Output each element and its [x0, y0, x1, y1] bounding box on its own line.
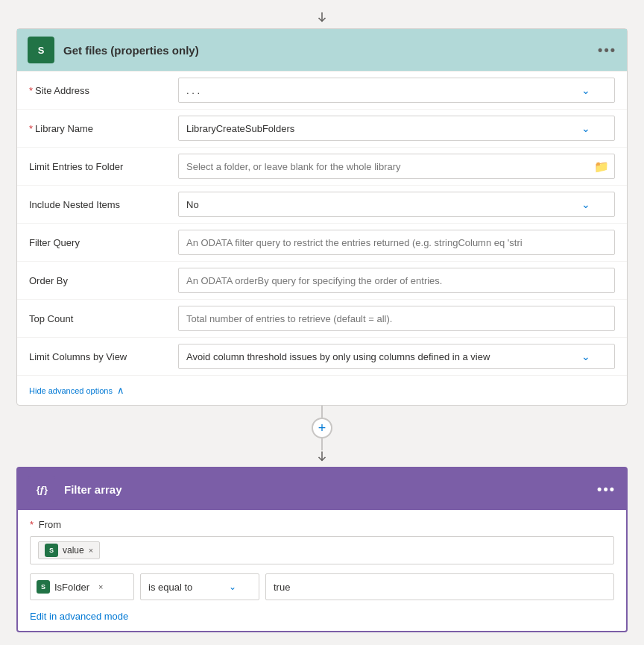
- hide-advanced-options[interactable]: Hide advanced options ∧: [17, 376, 627, 405]
- site-address-row: *Site Address . . . ⌄: [17, 72, 627, 110]
- include-nested-value: No: [186, 199, 581, 210]
- condition-left-icon: S: [37, 580, 50, 594]
- from-token-input[interactable]: S value ×: [30, 536, 614, 564]
- filter-array-menu[interactable]: •••: [597, 482, 616, 496]
- filter-query-control: [178, 230, 615, 255]
- library-name-chevron: ⌄: [581, 122, 590, 134]
- get-files-card: S Get files (properties only) ••• *Site …: [16, 28, 628, 406]
- filter-array-body: * From S value × S IsFolder × is e: [18, 510, 626, 631]
- site-address-value: . . .: [186, 85, 581, 96]
- filter-query-input[interactable]: [178, 230, 615, 255]
- from-token-close[interactable]: ×: [89, 546, 93, 555]
- condition-operator-chevron: ⌄: [229, 582, 236, 592]
- order-by-label: Order By: [29, 275, 178, 286]
- top-count-label: Top Count: [29, 313, 178, 324]
- filter-query-label: Filter Query: [29, 237, 178, 248]
- top-count-row: Top Count: [17, 300, 627, 338]
- limit-columns-select[interactable]: Avoid column threshold issues by only us…: [178, 344, 615, 369]
- filter-query-row: Filter Query: [17, 224, 627, 262]
- condition-left-label: IsFolder: [54, 582, 89, 593]
- hide-advanced-label: Hide advanced options: [29, 386, 113, 395]
- limit-columns-value: Avoid column threshold issues by only us…: [186, 351, 581, 362]
- include-nested-label: Include Nested Items: [29, 199, 178, 210]
- top-count-input[interactable]: [178, 306, 615, 331]
- condition-row: S IsFolder × is equal to ⌄ true: [30, 573, 614, 600]
- filter-array-icon: {ƒ}: [28, 476, 55, 503]
- top-count-control: [178, 306, 615, 331]
- top-down-arrow: [315, 7, 329, 28]
- hide-advanced-icon: ∧: [117, 385, 124, 396]
- include-nested-row: Include Nested Items No ⌄: [17, 186, 627, 224]
- from-token-label: value: [63, 545, 84, 556]
- filter-array-header: {ƒ} Filter array •••: [18, 468, 626, 510]
- condition-right-text: true: [274, 582, 290, 593]
- limit-entries-input[interactable]: [178, 154, 615, 179]
- filter-query-wrapper: [178, 230, 615, 255]
- library-name-select[interactable]: LibraryCreateSubFolders ⌄: [178, 116, 615, 141]
- get-files-title: Get files (properties only): [63, 44, 598, 57]
- condition-left-field[interactable]: S IsFolder ×: [30, 573, 134, 600]
- site-address-label: *Site Address: [29, 85, 178, 96]
- limit-columns-control: Avoid column threshold issues by only us…: [178, 344, 615, 369]
- order-by-row: Order By: [17, 262, 627, 300]
- include-nested-control: No ⌄: [178, 192, 615, 217]
- bottom-arrow-connector: [315, 450, 329, 464]
- condition-left-close[interactable]: ×: [98, 582, 103, 591]
- site-address-control: . . . ⌄: [178, 78, 615, 103]
- limit-columns-label: Limit Columns by View: [29, 351, 178, 362]
- condition-operator-value: is equal to: [148, 582, 192, 593]
- get-files-menu[interactable]: •••: [598, 43, 616, 57]
- include-nested-chevron: ⌄: [581, 198, 590, 210]
- order-by-input[interactable]: [178, 268, 615, 293]
- library-name-value: LibraryCreateSubFolders: [186, 123, 581, 134]
- limit-entries-control: 📁: [178, 154, 615, 179]
- limit-entries-wrapper: 📁: [178, 154, 615, 179]
- library-name-control: LibraryCreateSubFolders ⌄: [178, 116, 615, 141]
- limit-columns-row: Limit Columns by View Avoid column thres…: [17, 338, 627, 376]
- sharepoint-icon: S: [28, 37, 54, 63]
- site-address-chevron: ⌄: [581, 84, 590, 96]
- top-count-wrapper: [178, 306, 615, 331]
- filter-array-title: Filter array: [64, 483, 597, 496]
- filter-array-card: {ƒ} Filter array ••• * From S value × S: [16, 467, 628, 632]
- folder-icon: 📁: [594, 160, 609, 174]
- limit-columns-chevron: ⌄: [581, 350, 590, 362]
- condition-operator-select[interactable]: is equal to ⌄: [140, 573, 259, 600]
- get-files-body: *Site Address . . . ⌄ *Library Name Libr…: [17, 72, 627, 405]
- library-name-label: *Library Name: [29, 123, 178, 134]
- from-token-icon: S: [45, 544, 58, 557]
- limit-entries-label: Limit Entries to Folder: [29, 161, 178, 172]
- add-step-button[interactable]: +: [312, 418, 332, 438]
- from-label: * From: [30, 519, 614, 530]
- site-address-select[interactable]: . . . ⌄: [178, 78, 615, 103]
- plus-connector: +: [312, 406, 332, 450]
- library-name-row: *Library Name LibraryCreateSubFolders ⌄: [17, 110, 627, 148]
- order-by-wrapper: [178, 268, 615, 293]
- connector-line-bottom: [321, 438, 323, 450]
- get-files-header: S Get files (properties only) •••: [17, 29, 627, 72]
- from-value-token: S value ×: [38, 541, 100, 559]
- include-nested-select[interactable]: No ⌄: [178, 192, 615, 217]
- connector-line-top: [321, 406, 323, 418]
- edit-advanced-mode[interactable]: Edit in advanced mode: [30, 611, 128, 622]
- condition-right-value[interactable]: true: [265, 573, 614, 600]
- limit-entries-row: Limit Entries to Folder 📁: [17, 148, 627, 186]
- order-by-control: [178, 268, 615, 293]
